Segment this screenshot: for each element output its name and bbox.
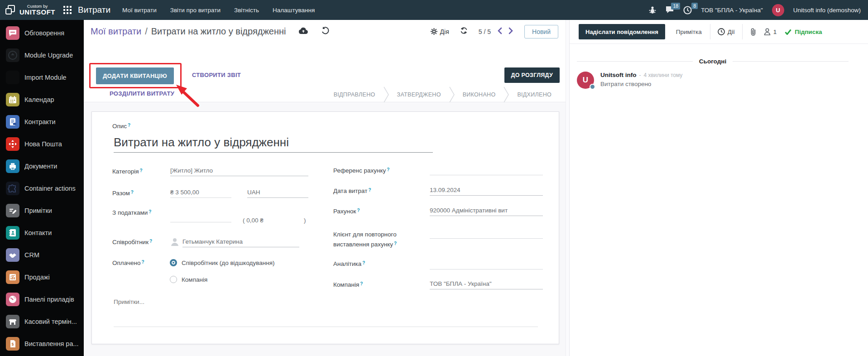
help-question-mark[interactable]: ? (394, 241, 397, 246)
description-input[interactable] (114, 135, 433, 153)
action-menu-button[interactable]: Дія (431, 28, 449, 35)
sidebar-item-module-upgrade[interactable]: Module Upgrade (0, 44, 84, 66)
taxes-converted-hint: ( 0,00 ₴ (243, 217, 264, 224)
paid-by-company-radio[interactable] (170, 276, 177, 283)
vertical-scrollbar[interactable] (566, 20, 569, 356)
app-name[interactable]: Витрати (78, 5, 110, 15)
sidebar-item-crm[interactable]: CRM (0, 244, 84, 266)
sidebar-item-calendar[interactable]: Календар (0, 88, 84, 111)
documents-icon (6, 159, 19, 173)
employee-input[interactable] (182, 237, 299, 247)
sidebar-item-nova-poshta[interactable]: Нова Пошта (0, 133, 84, 155)
sidebar-item-pos[interactable]: Касовий термін... (0, 310, 84, 332)
help-question-mark[interactable]: ? (128, 123, 130, 128)
statusbar-step-approved[interactable]: ЗАТВЕРДЖЕНО (389, 91, 449, 98)
message-author-avatar[interactable]: U (577, 72, 594, 89)
notes-input[interactable] (114, 298, 385, 305)
breadcrumb-parent-link[interactable]: Мої витрати (91, 26, 141, 37)
help-question-mark[interactable]: ? (149, 209, 151, 214)
help-question-mark[interactable]: ? (360, 281, 363, 286)
help-question-mark[interactable]: ? (368, 188, 371, 192)
sidebar-item-invoicing[interactable]: $ Виставлення ра... (0, 332, 84, 355)
company-switcher[interactable]: ТОВ "БПЛА - Україна" (701, 7, 763, 14)
taxes-input[interactable] (170, 212, 231, 222)
sidebar-item-import-module[interactable]: Import Module (0, 66, 84, 88)
statusbar: ВІДПРАВЛЕНО ЗАТВЕРДЖЕНО ВИКОНАНО ВІДХИЛЕ… (326, 87, 560, 103)
sidebar-item-documents[interactable]: Документи (0, 155, 84, 177)
discard-undo-icon[interactable] (321, 27, 329, 36)
sidebar-item-label: Виставлення ра... (24, 340, 79, 347)
help-question-mark[interactable]: ? (387, 167, 389, 172)
statusbar-step-submitted[interactable]: ВІДПРАВЛЕНО (326, 91, 384, 98)
follower-person-icon (764, 28, 771, 35)
to-review-button[interactable]: ДО РОЗГЛЯДУ (504, 67, 560, 83)
pager: 5 / 5 (479, 27, 513, 36)
paid-by-label: Оплачено? (112, 260, 144, 266)
split-expense-button[interactable]: РОЗДІЛИТИ ВИТРАТУ (110, 90, 174, 97)
followers-button[interactable]: 1 (760, 28, 781, 35)
help-question-mark[interactable]: ? (131, 190, 134, 195)
statusbar-step-refused[interactable]: ВІДХИЛЕНО (509, 91, 560, 98)
account-input[interactable] (430, 206, 543, 216)
message-author-name[interactable]: Unitsoft info (600, 72, 636, 78)
sidebar-item-discuss[interactable]: Обговорення (0, 22, 84, 44)
messages-icon[interactable]: 18 (665, 6, 674, 14)
pager-next-icon[interactable] (508, 27, 513, 36)
help-question-mark[interactable]: ? (357, 208, 360, 213)
message-body: Витрати створено (600, 81, 682, 87)
invoicing-icon: $ (6, 337, 19, 351)
help-question-mark[interactable]: ? (140, 168, 143, 173)
help-question-mark[interactable]: ? (149, 239, 152, 244)
top-menu: Мої витрати Звіти про витрати Звітність … (122, 7, 315, 14)
user-menu[interactable]: Unitsoft info (demoshow) (793, 7, 861, 14)
category-input[interactable] (170, 166, 308, 176)
paid-by-employee-radio[interactable] (170, 259, 177, 266)
customer-to-reinvoice-input[interactable] (430, 229, 543, 239)
employee-label: Співробітник? (112, 239, 152, 245)
analytic-input[interactable] (430, 260, 543, 269)
refresh-icon[interactable] (460, 27, 468, 36)
sidebar-item-label: Касовий термін... (24, 318, 77, 325)
sidebar-item-container-actions[interactable]: Container actions (0, 177, 84, 199)
expense-date-label: Дата витрат? (333, 188, 371, 194)
add-receipt-button[interactable]: ДОДАТИ КВИТАНЦІЮ (96, 67, 174, 84)
message-header: Unitsoft info - 4 хвилини тому (600, 72, 682, 78)
menu-reporting[interactable]: Звітність (234, 7, 259, 14)
unsaved-cloud-icon[interactable] (298, 27, 308, 36)
bill-reference-input[interactable] (430, 165, 543, 175)
sidebar-item-label: Контакти (24, 229, 52, 236)
sidebar-item-notes[interactable]: Примітки (0, 199, 84, 221)
pager-previous-icon[interactable] (497, 27, 502, 36)
paid-by-employee-option[interactable]: Співробітник (до відшкодування) (182, 260, 274, 266)
send-message-button[interactable]: Надіслати повідомлення (579, 24, 665, 39)
create-report-button[interactable]: СТВОРИТИ ЗВІТ (192, 72, 241, 78)
contracts-icon (6, 115, 19, 129)
help-question-mark[interactable]: ? (141, 260, 144, 265)
following-button[interactable]: Підписка (785, 29, 822, 35)
paid-by-company-option[interactable]: Компанія (182, 276, 207, 283)
company-input[interactable] (430, 279, 543, 289)
help-question-mark[interactable]: ? (362, 260, 365, 265)
debug-icon[interactable] (649, 6, 656, 14)
taxes-hint-close: ) (304, 217, 306, 224)
currency-input[interactable] (247, 188, 308, 198)
sidebar-item-dashboards[interactable]: Панелі приладів (0, 288, 84, 310)
menu-settings[interactable]: Налаштування (273, 7, 315, 14)
sidebar-item-contacts[interactable]: Контакти (0, 221, 84, 244)
statusbar-step-done[interactable]: ВИКОНАНО (455, 91, 504, 98)
menu-my-expenses[interactable]: Мої витрати (122, 7, 157, 14)
sidebar-item-contracts[interactable]: Контракти (0, 111, 84, 133)
activities-clock-icon[interactable]: 8 (683, 6, 692, 14)
total-amount-input[interactable] (170, 188, 231, 198)
menu-expense-reports[interactable]: Звіти про витрати (170, 7, 221, 14)
unitsoft-logo[interactable]: Custom by UNITSOFT (0, 0, 61, 20)
user-avatar[interactable]: U (772, 4, 784, 16)
messages-badge: 18 (671, 3, 680, 10)
attachments-button[interactable] (746, 28, 760, 36)
activities-button[interactable]: Дії (714, 28, 739, 35)
apps-grid-icon[interactable] (63, 6, 72, 14)
new-record-button[interactable]: Новий (524, 25, 558, 38)
log-note-tab[interactable]: Примітка (671, 24, 706, 39)
expense-date-input[interactable] (430, 186, 543, 196)
sidebar-item-sales[interactable]: Продажі (0, 266, 84, 288)
